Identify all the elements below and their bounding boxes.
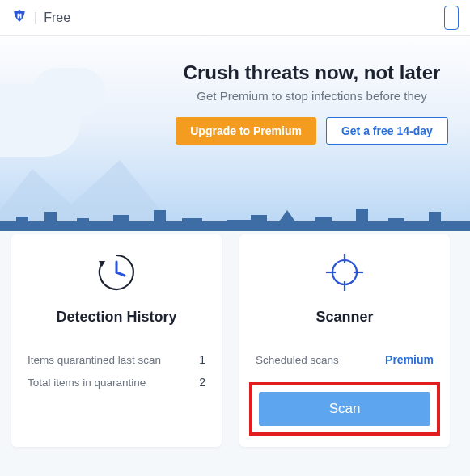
topbar-action-button[interactable] xyxy=(444,6,459,30)
stat-value: 1 xyxy=(199,353,205,366)
free-trial-button[interactable]: Get a free 14-day xyxy=(326,117,448,145)
premium-link[interactable]: Premium xyxy=(385,353,434,366)
scanner-card-title: Scanner xyxy=(256,309,434,326)
history-clock-icon xyxy=(95,251,138,297)
hero-banner: Crush threats now, not later Get Premium… xyxy=(0,36,470,231)
svg-point-3 xyxy=(332,260,357,284)
detection-history-card[interactable]: Detection History Items quarantined last… xyxy=(11,234,222,447)
malwarebytes-logo-icon xyxy=(11,8,28,27)
svg-marker-0 xyxy=(99,261,105,267)
brand-block: | Free xyxy=(11,8,70,27)
stat-row-total-quarantine: Total items in quarantine 2 xyxy=(28,371,205,394)
skyline-decoration xyxy=(0,204,470,231)
scanner-card[interactable]: Scanner Scheduled scans Premium Scan xyxy=(239,234,450,447)
scan-button[interactable]: Scan xyxy=(259,392,430,426)
hero-button-row: Upgrade to Premium Get a free 14-day xyxy=(154,117,470,145)
svg-line-2 xyxy=(116,272,125,276)
stat-label: Total items in quarantine xyxy=(28,377,146,389)
stat-label: Scheduled scans xyxy=(256,354,339,366)
stat-row-last-scan: Items quarantined last scan 1 xyxy=(28,348,205,371)
stat-value: 2 xyxy=(199,376,205,389)
hero-content: Crush threats now, not later Get Premium… xyxy=(0,36,470,145)
stat-label: Items quarantined last scan xyxy=(28,354,161,366)
stat-row-scheduled: Scheduled scans Premium xyxy=(256,348,434,371)
hero-title: Crush threats now, not later xyxy=(154,61,470,84)
brand-divider: | xyxy=(34,11,37,25)
upgrade-button[interactable]: Upgrade to Premium xyxy=(176,117,316,145)
top-bar: | Free xyxy=(0,0,470,36)
history-card-title: Detection History xyxy=(28,309,205,326)
scan-highlight-box: Scan xyxy=(249,382,440,436)
cards-row: Detection History Items quarantined last… xyxy=(11,234,470,447)
scanner-target-icon xyxy=(323,251,366,297)
hero-subtitle: Get Premium to stop infections before th… xyxy=(154,89,470,103)
plan-label: Free xyxy=(44,11,70,25)
